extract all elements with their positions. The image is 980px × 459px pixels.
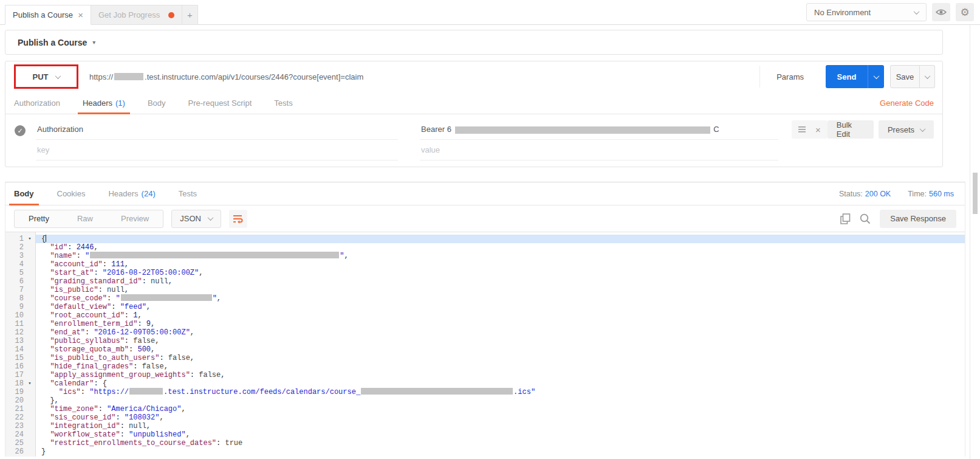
- new-header-value-field[interactable]: value: [420, 140, 778, 160]
- environment-selected-value: No Environment: [814, 8, 871, 17]
- code-token: "account_id": [50, 260, 102, 269]
- generate-code-link[interactable]: Generate Code: [880, 92, 934, 114]
- environment-selector[interactable]: No Environment: [806, 3, 927, 21]
- request-url-row: PUT https:// .test.instructure.com/api/v…: [5, 61, 942, 92]
- request-tab-publish-a-course[interactable]: Publish a Course ×: [5, 5, 91, 25]
- response-tab-cookies[interactable]: Cookies: [55, 182, 88, 205]
- tab-pre-request-script[interactable]: Pre-request Script: [188, 92, 252, 114]
- fold-gutter: [24, 405, 36, 413]
- view-mode-label: Raw: [77, 214, 93, 223]
- presets-label: Presets: [888, 125, 914, 134]
- send-button-group: Send: [826, 65, 884, 88]
- code-token: :: [98, 286, 107, 294]
- code-token: :: [67, 243, 76, 252]
- save-label: Save: [896, 72, 914, 81]
- code-token: ": [85, 252, 89, 260]
- bulk-edit-button[interactable]: Bulk Edit: [828, 120, 874, 139]
- search-icon[interactable]: [860, 213, 871, 224]
- code-line: 7 "is_public": null,: [5, 286, 965, 294]
- environment-quick-look-button[interactable]: [932, 3, 950, 21]
- view-mode-preview[interactable]: Preview: [107, 210, 163, 227]
- view-mode-pretty[interactable]: Pretty: [15, 210, 63, 227]
- response-tab-body[interactable]: Body: [12, 182, 36, 205]
- fold-arrow-icon[interactable]: ▾: [24, 379, 36, 388]
- code-token: "https://: [89, 388, 129, 396]
- line-number: 23: [5, 422, 24, 430]
- save-options-button[interactable]: [920, 65, 935, 88]
- code-token: [41, 294, 50, 303]
- new-header-key-field[interactable]: key: [36, 140, 398, 160]
- send-button[interactable]: Send: [826, 65, 868, 88]
- redacted-value: [129, 388, 163, 395]
- method-value: PUT: [33, 72, 49, 81]
- header-value-field[interactable]: Bearer 6 C: [420, 119, 778, 140]
- presets-button[interactable]: Presets: [879, 120, 934, 139]
- chevron-down-icon: [920, 126, 926, 132]
- code-token: true: [225, 439, 242, 447]
- time-value: 560 ms: [929, 190, 954, 198]
- response-tab-headers[interactable]: Headers (24): [106, 182, 157, 205]
- code-token: :: [98, 405, 107, 413]
- fold-gutter: [24, 439, 36, 447]
- code-token: ,: [137, 311, 142, 320]
- response-tab-tests[interactable]: Tests: [176, 182, 199, 205]
- tab-headers[interactable]: Headers (1): [83, 92, 125, 114]
- response-format-selector[interactable]: JSON: [171, 210, 221, 228]
- view-mode-raw[interactable]: Raw: [63, 210, 107, 227]
- copy-icon[interactable]: [840, 213, 851, 224]
- header-enabled-checkbox[interactable]: ✓: [15, 125, 26, 136]
- tab-authorization[interactable]: Authorization: [14, 92, 60, 114]
- code-token: "root_account_id": [50, 311, 124, 320]
- method-selector[interactable]: PUT: [16, 66, 77, 87]
- code-content: "account_id": 111,: [36, 260, 965, 269]
- response-meta: Status:200 OK Time:560 ms: [839, 182, 959, 205]
- tab-tests[interactable]: Tests: [274, 92, 292, 114]
- tab-label: Publish a Course: [13, 10, 73, 19]
- close-icon[interactable]: ×: [78, 10, 83, 19]
- code-token: [41, 311, 50, 320]
- code-content: "course_code": "",: [36, 294, 965, 303]
- send-options-button[interactable]: [868, 65, 884, 88]
- line-number: 7: [5, 286, 24, 294]
- tab-body[interactable]: Body: [148, 92, 166, 114]
- code-token: :: [120, 430, 129, 439]
- redacted-url-segment: [114, 73, 143, 80]
- environment-controls: No Environment ⚙: [806, 3, 974, 21]
- scrollbar-thumb[interactable]: [973, 173, 978, 214]
- save-response-button[interactable]: Save Response: [880, 210, 956, 228]
- code-line: 1▾{: [5, 235, 965, 243]
- code-content: "root_account_id": 1,: [36, 311, 965, 320]
- code-token: [41, 337, 50, 345]
- generate-code-label: Generate Code: [880, 98, 934, 108]
- code-content: "workflow_state": "unpublished",: [36, 430, 965, 439]
- code-line: 9 "default_view": "feed",: [5, 303, 965, 311]
- fold-arrow-icon[interactable]: ▾: [24, 235, 36, 243]
- new-tab-button[interactable]: +: [182, 5, 198, 25]
- wrap-text-button[interactable]: [229, 210, 247, 228]
- send-label: Send: [837, 72, 857, 81]
- header-key-value: Authorization: [37, 125, 83, 134]
- line-number: 1: [5, 235, 24, 243]
- code-line: 15 "is_public_to_auth_users": false,: [5, 354, 965, 362]
- request-editor-tabs: Authorization Headers (1) Body Pre-reque…: [5, 92, 942, 114]
- fold-gutter: [24, 396, 36, 405]
- fold-gutter: [24, 337, 36, 345]
- header-key-field[interactable]: Authorization: [36, 119, 398, 140]
- header-row: Authorization Bearer 6 C ×: [36, 119, 934, 140]
- response-body-editor[interactable]: 1▾{2 "id": 2446,3 "name": "",4 "account_…: [5, 232, 965, 457]
- request-tab-get-job-progress[interactable]: Get Job Progress: [91, 5, 182, 25]
- save-button[interactable]: Save: [890, 65, 920, 88]
- code-line: 12 "end_at": "2016-12-09T05:00:00Z",: [5, 328, 965, 337]
- delete-row-icon[interactable]: ×: [815, 125, 821, 134]
- reorder-handle-icon[interactable]: [798, 126, 806, 133]
- tab-label: Headers: [83, 98, 112, 108]
- code-token: null: [107, 286, 125, 294]
- code-content: "is_public_to_auth_users": false,: [36, 354, 965, 362]
- code-token: [41, 345, 50, 354]
- time-label: Time:: [908, 190, 927, 198]
- caret-down-icon[interactable]: ▾: [92, 39, 95, 46]
- url-input[interactable]: https:// .test.instructure.com/api/v1/co…: [78, 66, 759, 88]
- params-button[interactable]: Params: [759, 66, 820, 88]
- settings-button[interactable]: ⚙: [956, 3, 974, 21]
- header-row-actions: × Bulk Edit Presets: [792, 120, 934, 139]
